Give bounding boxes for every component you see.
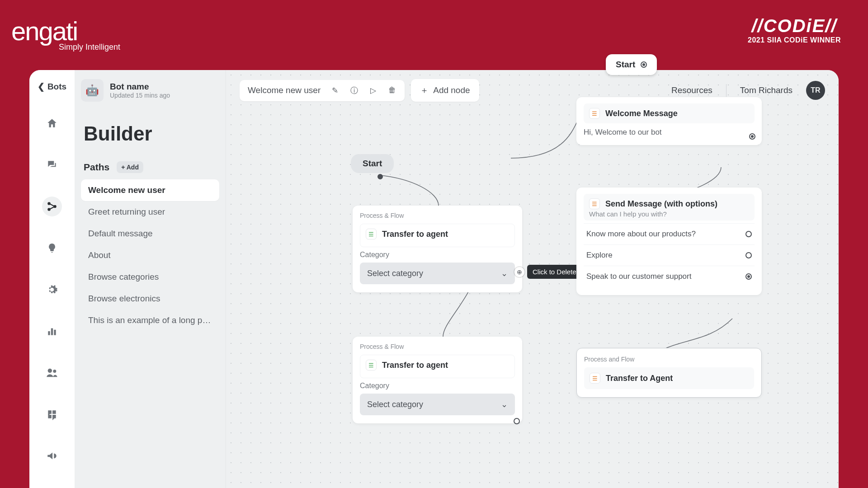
add-connection-button[interactable]: ⊕ (514, 267, 524, 277)
svg-point-6 (48, 369, 52, 373)
flow-builder-icon[interactable] (42, 197, 62, 216)
radio-icon (745, 252, 752, 258)
message-icon: ☰ (589, 108, 600, 119)
delete-tooltip: Click to Delete (527, 265, 582, 279)
chevron-down-icon: ⌄ (501, 399, 508, 409)
path-item-about[interactable]: About (81, 244, 219, 266)
add-node-button[interactable]: ＋ Add node (411, 79, 479, 102)
select-placeholder: Select category (367, 269, 423, 278)
output-connector[interactable] (514, 418, 520, 424)
svg-rect-3 (48, 331, 50, 335)
radio-icon (641, 61, 647, 68)
card-title: Transfer to agent (382, 230, 448, 239)
resources-link[interactable]: Resources (671, 85, 712, 95)
radio-icon (745, 273, 752, 280)
brand-tagline: Simply Intelligent (59, 42, 120, 52)
paths-panel: 🤖 Bot name Updated 15 mins ago Builder P… (75, 70, 226, 488)
user-name-label: Tom Richards (740, 85, 793, 95)
option-support[interactable]: Speak to our customer support (584, 266, 755, 287)
option-products[interactable]: Know more about our products? (584, 223, 755, 244)
path-name-box: Welcome new user ✎ ⓘ ▷ 🗑 (240, 80, 405, 101)
broadcast-icon[interactable] (42, 446, 62, 466)
app-frame: ❮ Bots 🤖 (29, 70, 839, 488)
option-explore[interactable]: Explore (584, 244, 755, 266)
divider (726, 84, 726, 97)
back-label: Bots (47, 82, 66, 92)
floating-start-node[interactable]: Start (606, 54, 657, 75)
path-item-default-message[interactable]: Default message (81, 223, 219, 244)
path-item-browse-categories[interactable]: Browse categories (81, 266, 219, 288)
bot-header: 🤖 Bot name Updated 15 mins ago (81, 79, 219, 102)
section-label: Process & Flow (360, 212, 515, 219)
category-field-label: Category (360, 382, 515, 390)
users-icon[interactable] (42, 363, 62, 383)
bot-name-label: Bot name (110, 82, 170, 92)
option-label: Explore (586, 251, 613, 260)
category-field-label: Category (360, 251, 515, 259)
award-subtitle: 2021 SIIA CODiE WINNER (748, 36, 841, 44)
flow-card-transfer-2[interactable]: Process & Flow ☰ Transfer to agent Categ… (353, 337, 522, 423)
bot-avatar-icon: 🤖 (81, 79, 104, 102)
add-path-button[interactable]: + Add (117, 161, 143, 173)
award-badge: //CODiE// 2021 SIIA CODiE WINNER (748, 16, 841, 44)
chevron-down-icon: ⌄ (501, 268, 508, 278)
select-placeholder: Select category (367, 400, 423, 409)
bot-updated-label: Updated 15 mins ago (110, 92, 170, 99)
message-icon: ☰ (589, 198, 600, 209)
add-node-label: Add node (433, 85, 470, 95)
flow-card-send-message[interactable]: ☰ Send Message (with options) What can I… (576, 188, 762, 295)
card-title: Send Message (with options) (605, 199, 717, 209)
paths-heading: Paths (84, 162, 109, 173)
path-item-browse-electronics[interactable]: Browse electronics (81, 288, 219, 310)
integrations-icon[interactable] (42, 404, 62, 424)
award-title: //CODiE// (748, 16, 841, 36)
brand-name: engati (11, 18, 120, 44)
nav-rail: ❮ Bots (29, 70, 75, 488)
card-title: Transfer to Agent (606, 374, 673, 383)
path-item-greet-returning[interactable]: Greet returning user (81, 201, 219, 223)
card-subtitle: What can I help you with? (589, 210, 749, 218)
welcome-text: Hi, Welcome to our bot (584, 128, 755, 137)
category-select[interactable]: Select category ⌄ (360, 394, 515, 415)
info-icon[interactable]: ⓘ (349, 85, 359, 96)
card-title: Welcome Message (605, 109, 678, 118)
canvas-start-node[interactable]: Start (351, 154, 394, 173)
output-connector[interactable] (749, 133, 755, 140)
svg-rect-4 (51, 328, 53, 335)
inbox-icon[interactable] (42, 155, 62, 175)
avatar[interactable]: TR (806, 81, 825, 100)
category-select[interactable]: Select category ⌄ (360, 263, 515, 284)
plus-icon: ＋ (420, 84, 429, 96)
analytics-icon[interactable] (42, 321, 62, 341)
option-label: Know more about our products? (586, 230, 696, 239)
transfer-icon: ☰ (590, 373, 600, 384)
flow-card-transfer-right[interactable]: Process and Flow ☰ Transfer to Agent (576, 348, 762, 398)
chevron-left-icon: ❮ (38, 81, 45, 92)
section-label: Process & Flow (360, 343, 515, 350)
back-bots-button[interactable]: ❮ Bots (38, 81, 66, 92)
lightbulb-icon[interactable] (42, 238, 62, 258)
transfer-icon: ☰ (366, 360, 377, 371)
flow-canvas[interactable]: Welcome new user ✎ ⓘ ▷ 🗑 ＋ Add node Reso… (226, 70, 839, 488)
path-name-text: Welcome new user (248, 85, 321, 95)
flow-card-transfer-1[interactable]: Process & Flow ☰ Transfer to agent Categ… (353, 206, 522, 292)
svg-rect-5 (54, 330, 56, 335)
page-title: Builder (81, 122, 219, 145)
card-title: Transfer to agent (382, 361, 448, 370)
play-icon[interactable]: ▷ (368, 86, 377, 95)
transfer-icon: ☰ (366, 229, 377, 239)
option-label: Speak to our customer support (586, 272, 691, 281)
home-icon[interactable] (42, 113, 62, 133)
start-connector-dot[interactable] (377, 174, 383, 179)
gear-icon[interactable] (42, 280, 62, 300)
svg-point-7 (53, 370, 56, 373)
flow-card-welcome-message[interactable]: ☰ Welcome Message Hi, Welcome to our bot (576, 97, 762, 145)
path-item-long-example[interactable]: This is an example of a long pa... (81, 310, 219, 331)
radio-icon (745, 231, 752, 237)
brand-logo: engati Simply Intelligent (11, 18, 120, 52)
canvas-toolbar: Welcome new user ✎ ⓘ ▷ 🗑 ＋ Add node (240, 79, 479, 102)
path-item-welcome-new-user[interactable]: Welcome new user (81, 179, 219, 201)
edit-icon[interactable]: ✎ (330, 86, 340, 95)
section-label: Process and Flow (584, 356, 754, 363)
trash-icon[interactable]: 🗑 (387, 86, 396, 95)
